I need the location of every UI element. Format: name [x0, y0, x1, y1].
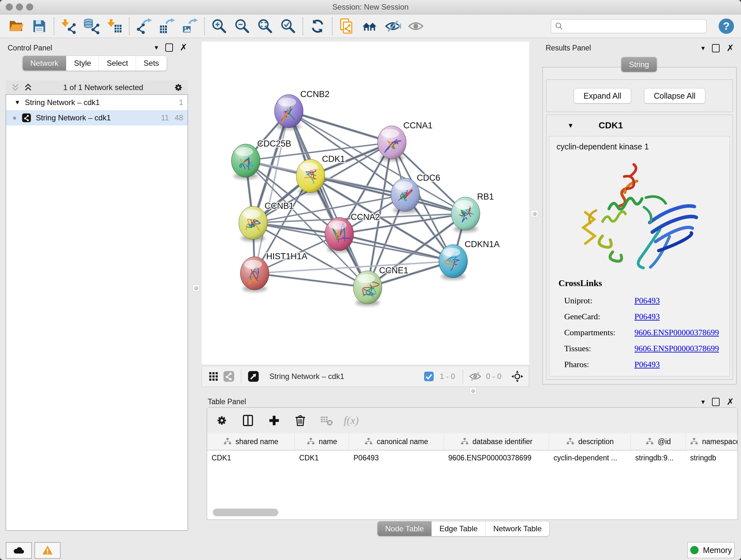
protein-description: cyclin-dependent kinase 1	[556, 142, 649, 151]
column-header-namespace[interactable]: namespace	[686, 433, 738, 450]
table-panel-float-icon[interactable]	[712, 398, 720, 406]
crosslink-link[interactable]: P06493	[634, 296, 660, 306]
import-table-button[interactable]	[105, 17, 124, 36]
grid-view-icon[interactable]	[206, 369, 221, 384]
table-cell[interactable]: 9606.ENSP00000378699	[444, 450, 549, 465]
network-count: 48	[175, 113, 183, 122]
column-header-name[interactable]: name	[295, 433, 349, 450]
left-splitter-handle[interactable]	[192, 285, 199, 292]
tab-network-table[interactable]: Network Table	[485, 521, 549, 536]
refresh-layout-button[interactable]	[308, 17, 327, 36]
warnings-button[interactable]	[35, 542, 61, 559]
hidden-eye-slash-icon[interactable]	[468, 369, 483, 384]
crosslink-link[interactable]: 9606.ENSP00000378699	[634, 344, 719, 354]
delete-column-icon[interactable]	[291, 412, 309, 429]
network-share-icon[interactable]	[221, 369, 237, 384]
home-button[interactable]	[360, 17, 379, 36]
control-panel-menu-icon[interactable]: ▾	[154, 44, 158, 52]
network-edge-HIST1H1A-CCNE1[interactable]	[255, 273, 367, 287]
table-cell[interactable]: stringdb	[686, 450, 738, 465]
collapse-triangle-icon[interactable]: ▼	[567, 122, 574, 129]
network-node-RB1[interactable]: RB1	[451, 192, 494, 232]
table-panel-menu-icon[interactable]: ▾	[701, 398, 704, 406]
crosslink-link[interactable]: P06493	[634, 360, 660, 369]
import-database-button[interactable]	[82, 17, 101, 36]
copy-network-button[interactable]	[338, 17, 356, 36]
export-image-button[interactable]	[181, 17, 199, 36]
results-panel-float-icon[interactable]	[712, 44, 720, 52]
table-horizontal-scrollbar[interactable]	[213, 509, 738, 516]
results-panel-menu-icon[interactable]: ▾	[701, 44, 704, 52]
column-header-canonical-name[interactable]: canonical name	[349, 433, 444, 450]
table-panel-tabs: Node TableEdge TableNetwork Table	[377, 521, 549, 537]
protein-section-header[interactable]: ▼ CDK1	[546, 115, 733, 136]
network-edge-CCNB2-CCNA1[interactable]	[289, 111, 392, 142]
crosslink-link[interactable]: 9606.ENSP00000378699	[634, 328, 719, 337]
node-table: shared namenamecanonical namedatabase id…	[207, 433, 738, 465]
cloud-button[interactable]	[6, 542, 32, 559]
export-network-button[interactable]	[135, 17, 153, 36]
network-options-gear-icon[interactable]	[172, 81, 185, 94]
network-count: 1	[179, 98, 183, 107]
add-column-icon[interactable]	[265, 412, 283, 429]
crosslinks-title: CrossLinks	[558, 278, 719, 288]
tab-sets[interactable]: Sets	[136, 56, 166, 71]
network-node-CDKN1A[interactable]: CDKN1A	[439, 240, 500, 280]
expand-all-icon[interactable]	[22, 81, 35, 94]
open-session-button[interactable]	[7, 17, 25, 36]
collapse-all-icon[interactable]	[9, 81, 22, 94]
column-header-shared-name[interactable]: shared name	[207, 433, 295, 450]
fit-crosshair-icon[interactable]	[510, 369, 525, 384]
network-node-CCNB2[interactable]: CCNB2	[274, 89, 330, 130]
birdseye-view-icon[interactable]	[246, 369, 261, 384]
hide-panel-button[interactable]	[384, 17, 402, 36]
import-network-button[interactable]	[59, 17, 78, 36]
table-cell[interactable]: stringdb:9...	[631, 450, 686, 465]
column-header-database-identifier[interactable]: database identifier	[444, 433, 549, 450]
control-panel-close-icon[interactable]: ✗	[180, 44, 187, 51]
table-cell[interactable]: CDK1	[207, 450, 295, 465]
right-splitter-handle[interactable]	[531, 210, 538, 217]
horizontal-splitter-handle[interactable]	[469, 387, 476, 394]
toolbar-separator	[204, 17, 205, 35]
table-row[interactable]: CDK1CDK1P064939606.ENSP00000378699cyclin…	[207, 450, 738, 465]
tab-edge-table[interactable]: Edge Table	[431, 521, 485, 536]
network-tree-row[interactable]: ●String Network – cdk11148	[6, 110, 188, 125]
collapse-all-button[interactable]: Collapse All	[644, 88, 705, 104]
save-session-button[interactable]	[30, 17, 49, 36]
show-columns-icon[interactable]	[239, 412, 257, 429]
column-header-description[interactable]: description	[549, 433, 631, 450]
expand-all-button[interactable]: Expand All	[574, 88, 631, 104]
network-edge-CCNB2-HIST1H1A[interactable]	[255, 111, 289, 273]
table-panel-close-icon[interactable]: ✗	[727, 398, 734, 406]
table-settings-gear-icon[interactable]	[213, 412, 231, 429]
crosslink-link[interactable]: P06493	[634, 312, 660, 321]
zoom-fit-button[interactable]	[256, 17, 274, 36]
selected-checkbox-icon[interactable]	[421, 369, 436, 384]
tab-style[interactable]: Style	[66, 56, 98, 71]
tree-expand-icon[interactable]: ▼	[14, 99, 20, 106]
table-panel-title: Table Panel	[208, 397, 246, 406]
help-button[interactable]: ?	[719, 18, 734, 34]
results-panel-close-icon[interactable]: ✗	[727, 45, 734, 52]
memory-button[interactable]: Memory	[687, 542, 735, 558]
scrollbar-thumb[interactable]	[213, 509, 278, 516]
tab-network[interactable]: Network	[23, 56, 66, 71]
tab-node-table[interactable]: Node Table	[378, 521, 431, 536]
export-table-button[interactable]	[158, 17, 176, 36]
zoom-out-button[interactable]	[233, 17, 252, 36]
network-tree-row[interactable]: ▼String Network – cdk11	[6, 95, 188, 110]
tab-string[interactable]: String	[621, 57, 657, 72]
table-cell[interactable]: cyclin-dependent ...	[549, 450, 631, 465]
column-header-id[interactable]: @id	[631, 433, 686, 450]
zoom-selected-button[interactable]	[279, 17, 297, 36]
tab-select[interactable]: Select	[98, 56, 136, 71]
control-panel-float-icon[interactable]	[165, 44, 173, 52]
network-canvas[interactable]: CCNB2CCNA1CDC25BCDK1CDC6RB1CCNB1CCNA2CDK…	[202, 42, 529, 365]
table-cell[interactable]: P06493	[349, 450, 444, 465]
search-box[interactable]	[551, 19, 706, 33]
zoom-in-button[interactable]	[210, 17, 228, 36]
table-cell[interactable]: CDK1	[295, 450, 349, 465]
search-input[interactable]	[566, 21, 703, 31]
warning-icon	[42, 545, 53, 556]
